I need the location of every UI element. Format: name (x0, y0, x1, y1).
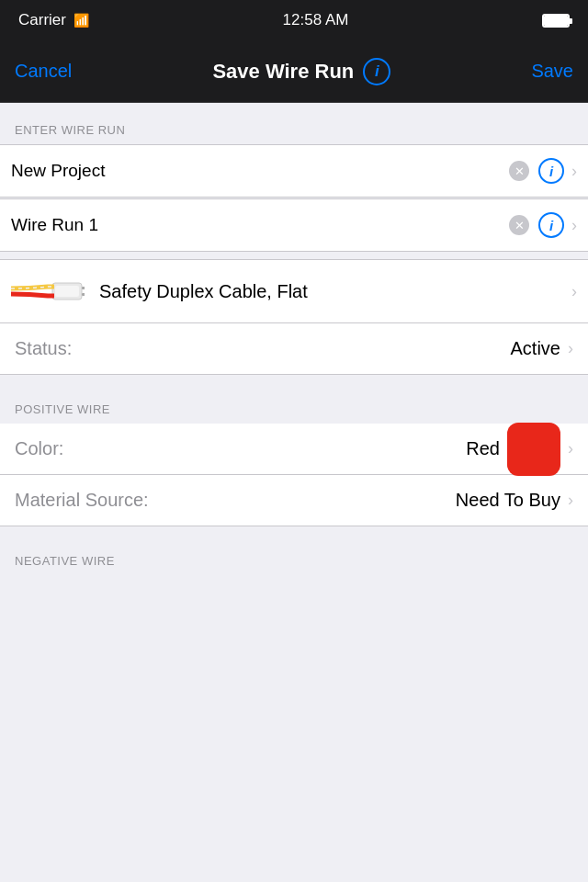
wire-run-input-card: ✕ i › (0, 198, 588, 252)
color-swatch (507, 423, 560, 476)
section-gap-2 (0, 526, 588, 534)
wire-run-input-row: ✕ i › (0, 199, 588, 251)
cable-image (11, 268, 85, 314)
status-label: Status: (15, 338, 511, 359)
wire-run-chevron-icon: › (571, 216, 577, 235)
material-source-value: Need To Buy (456, 490, 560, 511)
section-gap-1 (0, 375, 588, 382)
svg-rect-2 (82, 287, 85, 289)
battery-icon (542, 14, 570, 28)
status-value: Active (511, 338, 560, 359)
status-bar-left: Carrier 📶 (18, 11, 89, 29)
project-input[interactable] (11, 145, 509, 197)
status-bar: Carrier 📶 12:58 AM (0, 0, 588, 40)
enter-wire-run-section-header: ENTER WIRE RUN (0, 103, 588, 144)
project-info-button[interactable]: i (538, 158, 564, 184)
wire-run-input[interactable] (11, 199, 509, 251)
project-chevron-icon: › (571, 162, 577, 181)
color-chevron-icon: › (568, 439, 573, 458)
battery-fill (544, 16, 568, 26)
positive-wire-section-header: POSITIVE WIRE (0, 382, 588, 424)
material-source-chevron-icon: › (568, 491, 573, 510)
cancel-button[interactable]: Cancel (15, 53, 72, 89)
nav-title: Save Wire Run (212, 60, 354, 84)
cable-thumbnail (11, 268, 85, 314)
color-value: Red (466, 438, 500, 459)
color-row[interactable]: Color: Red › (0, 424, 588, 475)
material-source-label: Material Source: (15, 490, 456, 511)
project-clear-button[interactable]: ✕ (509, 161, 529, 181)
time-label: 12:58 AM (283, 11, 349, 29)
status-row[interactable]: Status: Active › (0, 323, 588, 375)
project-input-card: ✕ i › (0, 144, 588, 198)
cable-row[interactable]: Safety Duplex Cable, Flat › (0, 259, 588, 323)
cable-chevron-icon: › (571, 282, 577, 301)
wifi-icon: 📶 (74, 13, 89, 28)
svg-rect-3 (82, 293, 85, 296)
color-label: Color: (15, 438, 466, 459)
wire-run-clear-button[interactable]: ✕ (509, 215, 529, 235)
nav-info-button[interactable]: i (363, 58, 390, 85)
carrier-label: Carrier (18, 11, 66, 29)
wire-run-info-button[interactable]: i (538, 212, 564, 238)
save-button[interactable]: Save (531, 53, 573, 89)
material-source-row[interactable]: Material Source: Need To Buy › (0, 475, 588, 526)
nav-bar: Cancel Save Wire Run i Save (0, 40, 588, 103)
svg-rect-1 (55, 286, 79, 297)
nav-title-group: Save Wire Run i (212, 58, 390, 85)
project-input-row: ✕ i › (0, 145, 588, 197)
negative-wire-section-header: NEGATIVE WIRE (0, 534, 588, 575)
cable-label: Safety Duplex Cable, Flat (99, 281, 571, 302)
status-chevron-icon: › (568, 339, 573, 358)
